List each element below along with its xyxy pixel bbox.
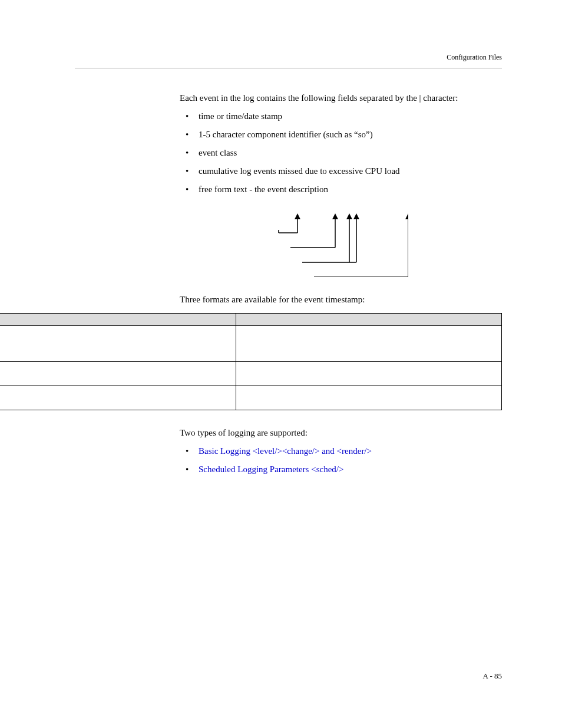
- page-header-label: Configuration Files: [75, 53, 502, 62]
- table-cell: [236, 362, 502, 386]
- list-item: time or time/date stamp: [184, 111, 502, 121]
- table-cell: [236, 326, 502, 362]
- svg-marker-6: [295, 213, 300, 219]
- table-row: [0, 362, 502, 386]
- svg-marker-10: [346, 213, 352, 219]
- header-rule: [75, 68, 502, 68]
- svg-marker-8: [332, 213, 338, 219]
- list-item: cumulative log events missed due to exce…: [184, 166, 502, 176]
- field-bullet-list: time or time/date stamp 1-5 character co…: [184, 111, 502, 195]
- list-item: free form text - the event description: [184, 185, 502, 195]
- page-number: A - 85: [483, 671, 503, 681]
- list-item: Basic Logging <level/><change/> and <ren…: [184, 446, 502, 456]
- list-item: event class: [184, 148, 502, 158]
- intro-paragraph: Each event in the log contains the follo…: [180, 93, 502, 103]
- table-cell: [0, 326, 236, 362]
- logging-intro: Two types of logging are supported:: [180, 428, 502, 438]
- table-row: [0, 326, 502, 362]
- table-cell: [236, 386, 502, 410]
- formats-intro: Three formats are available for the even…: [180, 295, 502, 305]
- field-diagram: [232, 212, 408, 277]
- svg-marker-12: [353, 213, 359, 219]
- formats-table: [0, 313, 502, 410]
- table-header: [0, 314, 236, 326]
- basic-logging-link[interactable]: Basic Logging <level/><change/> and <ren…: [199, 446, 372, 456]
- table-row: [0, 386, 502, 410]
- scheduled-logging-link[interactable]: Scheduled Logging Parameters <sched/>: [199, 465, 343, 474]
- svg-marker-14: [405, 213, 408, 219]
- table-cell: [0, 362, 236, 386]
- logging-links-list: Basic Logging <level/><change/> and <ren…: [184, 446, 502, 475]
- list-item: Scheduled Logging Parameters <sched/>: [184, 465, 502, 475]
- list-item: 1-5 character component identifier (such…: [184, 130, 502, 140]
- table-cell: [0, 386, 236, 410]
- table-header: [236, 314, 502, 326]
